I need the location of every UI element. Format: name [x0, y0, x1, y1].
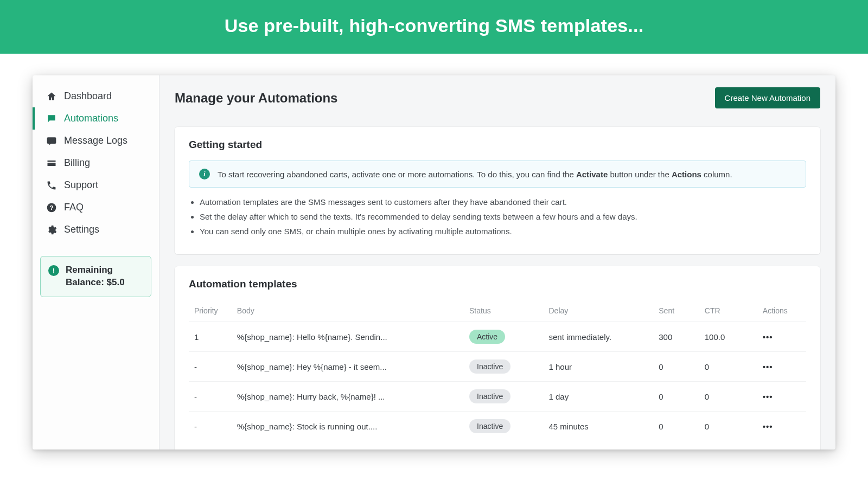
page-title: Manage your Automations — [175, 91, 337, 106]
phone-icon — [46, 180, 58, 191]
svg-text:?: ? — [49, 204, 53, 211]
create-automation-button[interactable]: Create New Automation — [715, 87, 820, 108]
home-icon — [46, 91, 58, 102]
col-status: Status — [464, 300, 543, 322]
sidebar-item-label: Support — [64, 179, 98, 191]
info-icon: i — [199, 169, 210, 179]
status-badge: Inactive — [469, 359, 510, 374]
gear-icon — [46, 224, 58, 235]
alert-icon: ! — [48, 265, 59, 276]
col-body: Body — [232, 300, 464, 322]
info-callout: i To start recovering abandoned carts, a… — [189, 160, 806, 188]
sidebar-item-label: Message Logs — [64, 135, 127, 146]
row-actions-button[interactable]: ••• — [763, 422, 773, 431]
col-sent: Sent — [653, 300, 699, 322]
cell-status: Inactive — [464, 412, 543, 441]
table-row: -%{shop_name}: Hey %{name} - it seem...I… — [189, 352, 806, 382]
cell-ctr: 0 — [699, 382, 757, 412]
templates-table: Priority Body Status Delay Sent CTR Acti… — [189, 300, 806, 441]
cell-priority: - — [189, 412, 232, 441]
row-actions-button[interactable]: ••• — [763, 332, 773, 342]
bullet-item: Set the delay after which to send the te… — [200, 212, 806, 221]
status-badge: Active — [469, 330, 505, 344]
sidebar-item-faq[interactable]: ?FAQ — [33, 196, 159, 219]
cell-body: %{shop_name}: Hello %{name}. Sendin... — [232, 322, 464, 352]
sidebar-item-label: Settings — [64, 224, 99, 235]
sms-icon — [46, 136, 58, 146]
cell-delay: 1 hour — [543, 352, 653, 382]
sidebar: DashboardAutomationsMessage LogsBillingS… — [33, 75, 159, 450]
sidebar-item-label: Billing — [64, 157, 90, 169]
sidebar-item-label: FAQ — [64, 202, 84, 213]
sidebar-item-automations[interactable]: Automations — [33, 107, 159, 130]
col-delay: Delay — [543, 300, 653, 322]
help-icon: ? — [46, 202, 58, 213]
app-frame: DashboardAutomationsMessage LogsBillingS… — [33, 75, 835, 450]
cell-ctr: 100.0 — [699, 322, 757, 352]
sidebar-item-label: Dashboard — [64, 91, 112, 102]
col-priority: Priority — [189, 300, 232, 322]
cell-delay: sent immediately. — [543, 322, 653, 352]
cell-body: %{shop_name}: Hurry back, %{name}! ... — [232, 382, 464, 412]
getting-started-title: Getting started — [189, 139, 806, 151]
cell-sent: 0 — [653, 382, 699, 412]
row-actions-button[interactable]: ••• — [763, 392, 773, 401]
balance-label: Remaining Balance: $5.0 — [66, 264, 143, 289]
table-row: -%{shop_name}: Hurry back, %{name}! ...I… — [189, 382, 806, 412]
row-actions-button[interactable]: ••• — [763, 362, 773, 371]
table-row: 1%{shop_name}: Hello %{name}. Sendin...A… — [189, 322, 806, 352]
getting-started-card: Getting started i To start recovering ab… — [175, 127, 820, 254]
cell-priority: - — [189, 352, 232, 382]
sidebar-item-label: Automations — [64, 113, 118, 124]
cell-priority: - — [189, 382, 232, 412]
cell-status: Active — [464, 322, 543, 352]
templates-title: Automation templates — [189, 278, 806, 290]
sidebar-item-support[interactable]: Support — [33, 174, 159, 196]
col-actions: Actions — [757, 300, 806, 322]
getting-started-bullets: Automation templates are the SMS message… — [189, 197, 806, 236]
card-icon — [46, 158, 58, 169]
cell-sent: 0 — [653, 412, 699, 441]
cell-delay: 45 minutes — [543, 412, 653, 441]
col-ctr: CTR — [699, 300, 757, 322]
cell-delay: 1 day — [543, 382, 653, 412]
cell-sent: 300 — [653, 322, 699, 352]
sidebar-item-dashboard[interactable]: Dashboard — [33, 85, 159, 107]
sidebar-item-message-logs[interactable]: Message Logs — [33, 130, 159, 152]
table-row: -%{shop_name}: Stock is running out....I… — [189, 412, 806, 441]
promo-banner: Use pre-built, high-converting SMS templ… — [0, 0, 868, 54]
cell-status: Inactive — [464, 382, 543, 412]
status-badge: Inactive — [469, 419, 510, 433]
cell-body: %{shop_name}: Stock is running out.... — [232, 412, 464, 441]
bullet-item: You can send only one SMS, or chain mult… — [200, 227, 806, 236]
balance-callout: ! Remaining Balance: $5.0 — [40, 256, 151, 297]
cell-sent: 0 — [653, 352, 699, 382]
info-text: To start recovering abandoned carts, act… — [218, 170, 732, 179]
promo-headline: Use pre-built, high-converting SMS templ… — [225, 15, 644, 36]
bullet-item: Automation templates are the SMS message… — [200, 197, 806, 207]
chat-icon — [46, 113, 58, 124]
main-content: Manage your Automations Create New Autom… — [159, 75, 835, 450]
status-badge: Inactive — [469, 389, 510, 403]
cell-body: %{shop_name}: Hey %{name} - it seem... — [232, 352, 464, 382]
sidebar-item-settings[interactable]: Settings — [33, 219, 159, 241]
cell-ctr: 0 — [699, 352, 757, 382]
cell-priority: 1 — [189, 322, 232, 352]
templates-card: Automation templates Priority Body Statu… — [175, 266, 820, 450]
sidebar-item-billing[interactable]: Billing — [33, 152, 159, 174]
cell-status: Inactive — [464, 352, 543, 382]
cell-ctr: 0 — [699, 412, 757, 441]
